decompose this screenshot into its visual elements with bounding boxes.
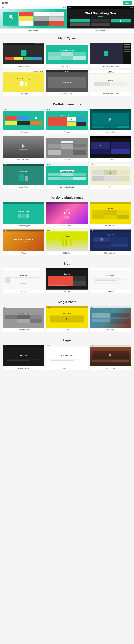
blog-grid: PLEXX HOME BLOG Blog Simple xyxy=(0,268,134,296)
portfolio-grid[interactable]: PLEXX Grid xyxy=(90,164,131,189)
3col-label: 3 Columns xyxy=(3,130,44,134)
menu-logo-right[interactable]: HOME WORK PLEXX The ability to destroy L… xyxy=(3,70,44,96)
single-video-label: Video xyxy=(46,328,88,332)
grid-gallery-label: Grid Gallery xyxy=(46,251,88,255)
portfolio-video-single[interactable]: PLEXX ROLLER COASTER ENTERTAINMENT Video xyxy=(3,230,44,255)
pages-grid: PLEXX Contacts Contacts Dark PLEXX xyxy=(0,345,134,373)
grid-label: Grid xyxy=(90,185,131,189)
menu-standard-dark[interactable]: PLEXX HOME WORK ABOUT xyxy=(3,43,44,68)
custom-gradient-label: Custom Gradient xyxy=(46,224,88,228)
masonry-label: Masonry xyxy=(46,158,88,162)
portfolio-variations-section: Portfolio Variations PLEXX xyxy=(0,98,134,192)
pages-title: Pages xyxy=(0,335,134,345)
blog-minimal[interactable]: PLEXX Blog Minimal Minimal xyxy=(90,268,131,294)
single-posts-grid: PLEXX Don't be too proud Justified Galle… xyxy=(0,306,134,335)
single-masonry-label: Masonry xyxy=(90,328,131,332)
contacts-light[interactable]: PLEXX Contacts Contacts Light xyxy=(46,345,88,370)
portfolio-single-section: Portfolio Single Pages PLEXX Say goodbye… xyxy=(0,192,134,258)
menu-types-section: Menu Types PLEXX HOME WORK ABOUT xyxy=(0,33,134,98)
portfolio-vegas[interactable]: PLEXX Portfolio Slides Vegas Slider xyxy=(3,164,44,189)
justified-gallery-label: Justified Gallery xyxy=(90,224,131,228)
portfolio-hdvideo[interactable]: PLEXX HD Video xyxy=(90,136,131,162)
blog-packery-label: Packery xyxy=(46,290,88,294)
contacts-light-label: Contacts Light xyxy=(46,366,88,370)
centered-logo-label: Centered Logo xyxy=(46,92,88,96)
single-justified-label: Justified Gallery xyxy=(3,328,44,332)
menu-types-grid: PLEXX HOME WORK ABOUT xyxy=(0,43,134,98)
custom-bg-label: Custom Background xyxy=(3,224,44,228)
hero-section: MENU PLEXX M xyxy=(0,6,134,28)
portfolio-variations-grid: PLEXX 3 Columns xyxy=(0,108,134,192)
single-justified[interactable]: PLEXX Don't be too proud Justified Galle… xyxy=(3,306,44,332)
blog-simple-label: Simple xyxy=(3,290,44,294)
portfolio-lightbox[interactable]: PLEXX Lightbox Slider xyxy=(90,108,131,134)
portfolio-masonry[interactable]: PLEXX Portfolio 3 Masonry Masonry xyxy=(46,136,88,162)
custom-background[interactable]: PLEXX Say goodbye Custom Background xyxy=(3,202,44,228)
dark-scheme-label: Dark Scheme xyxy=(96,29,106,31)
custom-gradient[interactable]: PLEXX I'm afraid vital Custom Gradient xyxy=(46,202,88,228)
photographer-label: Photographer Portfolio xyxy=(46,185,88,189)
hdvideo-label: HD Video xyxy=(90,158,131,162)
portfolio-video2col[interactable]: Video 2 Columns xyxy=(3,136,44,162)
contacts-dark[interactable]: PLEXX Contacts Contacts Dark xyxy=(3,345,44,370)
logo-right-label: Logo Right xyxy=(3,92,44,96)
hero-dark: PLEXX MENU Start Something New xyxy=(67,6,134,28)
header: plexx BUY xyxy=(0,0,134,6)
portfolio-3col[interactable]: PLEXX 3 Columns xyxy=(3,108,44,134)
pages-section: Pages PLEXX Contacts Contacts Dark xyxy=(0,335,134,373)
portfolio-packery[interactable]: PLEXX Portfolio 0 Packery Packery xyxy=(46,108,88,134)
masonry-gallery[interactable]: PLEXX We just call Masonry Gallery xyxy=(90,230,131,255)
blog-section: Blog PLEXX HOME BLOG Blog Simple xyxy=(0,258,134,296)
lightbox-label: Lightbox Slider xyxy=(90,130,131,134)
hero-labels: Light Scheme Dark Scheme xyxy=(0,28,134,33)
single-masonry[interactable]: PLEXX Alliance and a traitor Masonry xyxy=(90,306,131,332)
light-scheme-label: Light Scheme xyxy=(28,29,38,31)
single-video[interactable]: PLEXX Andy Griffith Video xyxy=(46,306,88,332)
portfolio-photographer[interactable]: PLEXX Photographer Portfolio Photographe… xyxy=(46,164,88,189)
contacts-dark-label: Contacts Dark xyxy=(3,366,44,370)
hero-dark-title: Start Something New xyxy=(85,12,116,15)
portfolio-single-title: Portfolio Single Pages xyxy=(0,192,134,202)
portfolio-single-grid: PLEXX Say goodbye Custom Background PLEX… xyxy=(0,202,134,258)
grid-gallery[interactable]: PLEXX First place Grid Gallery xyxy=(46,230,88,255)
single-posts-title: Single Posts xyxy=(0,296,134,306)
blog-title: Blog xyxy=(0,258,134,268)
menu-sidebar-right[interactable]: Sidebar Menu in Right xyxy=(90,43,131,68)
portfolio-variations-title: Portfolio Variations xyxy=(0,98,134,108)
logo: plexx xyxy=(2,2,9,4)
blog-minimal-label: Minimal xyxy=(90,290,131,294)
video-single-label: Video xyxy=(3,251,44,255)
sidebar-right-label: Sidebar Menu in Right xyxy=(90,64,131,68)
menu-centered-logo-menu[interactable]: PLEXX HOME WORK BLOG Journal Centered Lo… xyxy=(90,70,131,96)
menu-centered-logo[interactable]: PLEXX Centered Logo Centered Logo xyxy=(46,70,88,96)
blog-simple[interactable]: PLEXX HOME BLOG Blog Simple xyxy=(3,268,44,294)
single-posts-section: Single Posts PLEXX Don't be too proud xyxy=(0,296,134,335)
menu-standard-light[interactable]: PLEXX HOME WORK ABOUT Photographer Portf… xyxy=(46,43,88,68)
standard-dark-label: Standard Dark xyxy=(3,64,44,68)
video2col-label: Video 2 Columns xyxy=(3,158,44,162)
blog-packery[interactable]: PLEXX Journal Packery xyxy=(46,268,88,294)
menu-types-title: Menu Types xyxy=(0,33,134,43)
vegas-label: Vegas Slider xyxy=(3,185,44,189)
buy-button[interactable]: BUY xyxy=(123,1,132,5)
masonry-gallery-label: Masonry Gallery xyxy=(90,251,131,255)
packery-label: Packery xyxy=(46,130,88,134)
video-blog-label: Video + Blog xyxy=(90,366,131,370)
standard-light-label: Standard Light xyxy=(46,64,88,68)
hero-light: MENU xyxy=(0,6,67,28)
centered-logo-menu-label: Centered Logo & Menu xyxy=(90,92,131,96)
video-blog[interactable]: PLEXX Video + Blog xyxy=(90,345,131,370)
justified-gallery[interactable]: PLEXX Red Five Justified Gallery xyxy=(90,202,131,228)
